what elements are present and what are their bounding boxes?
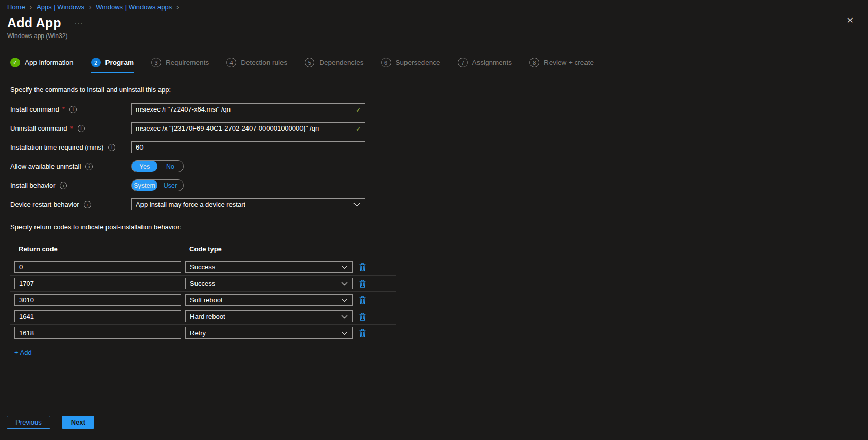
trash-icon bbox=[359, 313, 366, 321]
return-code-input[interactable] bbox=[15, 262, 181, 272]
step-assignments[interactable]: 7 Assignments bbox=[458, 58, 512, 72]
toggle-option-user[interactable]: User bbox=[157, 180, 183, 191]
previous-button[interactable]: Previous bbox=[7, 416, 50, 429]
return-code-input[interactable] bbox=[15, 311, 181, 322]
return-codes-header-row: Return code Code type bbox=[10, 241, 396, 259]
chevron-right-icon: › bbox=[30, 3, 32, 11]
info-icon[interactable]: i bbox=[69, 106, 77, 113]
breadcrumb: Home › Apps | Windows › Windows | Window… bbox=[0, 0, 868, 11]
install-behavior-toggle: System User bbox=[131, 179, 184, 191]
code-type-select[interactable]: Success bbox=[185, 261, 353, 273]
step-app-information[interactable]: ✓ App information bbox=[10, 58, 74, 72]
install-command-field: ✓ bbox=[131, 103, 365, 115]
table-row: Retry bbox=[10, 325, 396, 341]
chevron-down-icon bbox=[341, 315, 348, 319]
step-number: 2 bbox=[91, 58, 101, 67]
allow-available-uninstall-toggle: Yes No bbox=[131, 160, 184, 172]
step-label: Supersedence bbox=[396, 59, 440, 66]
chevron-down-icon bbox=[341, 265, 348, 269]
close-icon[interactable]: ✕ bbox=[847, 16, 854, 25]
required-marker: * bbox=[70, 124, 73, 132]
code-type-column-header: Code type bbox=[185, 245, 353, 253]
uninstall-command-input[interactable] bbox=[132, 123, 365, 134]
table-row: Success bbox=[10, 259, 396, 276]
step-number: 5 bbox=[305, 58, 314, 67]
trash-icon bbox=[359, 280, 366, 288]
uninstall-command-label: Uninstall command* i bbox=[10, 124, 131, 132]
step-label: Review + create bbox=[544, 59, 594, 66]
program-form: Install command* i ✓ Uninstall command* … bbox=[10, 103, 868, 210]
uninstall-command-field: ✓ bbox=[131, 122, 365, 134]
wizard-footer: Previous Next bbox=[0, 410, 868, 429]
step-label: Requirements bbox=[166, 59, 209, 66]
table-row: Success bbox=[10, 276, 396, 292]
install-time-input[interactable] bbox=[132, 142, 365, 153]
return-codes-table: Return code Code type Success Success So… bbox=[10, 241, 396, 341]
page-header: Add App ... bbox=[7, 15, 868, 30]
table-row: Soft reboot bbox=[10, 292, 396, 308]
step-program[interactable]: 2 Program bbox=[91, 58, 134, 73]
step-done-check-icon: ✓ bbox=[10, 58, 20, 67]
step-label: Detection rules bbox=[241, 59, 287, 66]
chevron-down-icon bbox=[341, 331, 348, 335]
allow-available-uninstall-label: Allow available uninstall i bbox=[10, 162, 131, 170]
chevron-right-icon: › bbox=[89, 3, 91, 11]
toggle-option-no[interactable]: No bbox=[157, 161, 183, 172]
add-return-code-link[interactable]: + Add bbox=[14, 349, 32, 356]
page-title: Add App bbox=[7, 15, 61, 30]
chevron-down-icon bbox=[353, 203, 360, 207]
table-row: Hard reboot bbox=[10, 308, 396, 325]
delete-row-button[interactable] bbox=[357, 262, 367, 272]
info-icon[interactable]: i bbox=[78, 125, 85, 132]
step-review-create[interactable]: 8 Review + create bbox=[529, 58, 594, 72]
install-time-label: Installation time required (mins) i bbox=[10, 143, 131, 151]
trash-icon bbox=[359, 263, 366, 271]
install-command-input[interactable] bbox=[132, 104, 365, 115]
delete-row-button[interactable] bbox=[357, 311, 367, 322]
toggle-option-yes[interactable]: Yes bbox=[132, 161, 157, 172]
chevron-down-icon bbox=[341, 282, 348, 286]
device-restart-behavior-select[interactable]: App install may force a device restart bbox=[131, 198, 365, 210]
breadcrumb-home[interactable]: Home bbox=[7, 3, 25, 11]
install-time-field bbox=[131, 141, 365, 153]
next-button[interactable]: Next bbox=[62, 416, 94, 429]
step-number: 4 bbox=[226, 58, 236, 67]
chevron-right-icon: › bbox=[176, 3, 179, 11]
step-dependencies[interactable]: 5 Dependencies bbox=[305, 58, 363, 72]
step-requirements[interactable]: 3 Requirements bbox=[151, 58, 209, 72]
return-code-column-header: Return code bbox=[14, 245, 181, 253]
wizard-steps: ✓ App information 2 Program 3 Requiremen… bbox=[10, 58, 868, 73]
code-type-select[interactable]: Soft reboot bbox=[185, 294, 353, 306]
code-type-select[interactable]: Hard reboot bbox=[185, 310, 353, 322]
info-icon[interactable]: i bbox=[108, 144, 115, 151]
step-number: 8 bbox=[529, 58, 539, 67]
trash-icon bbox=[359, 329, 366, 337]
breadcrumb-apps-windows[interactable]: Apps | Windows bbox=[37, 3, 84, 11]
return-code-input[interactable] bbox=[15, 295, 181, 305]
step-label: Dependencies bbox=[319, 59, 363, 66]
install-behavior-label: Install behavior i bbox=[10, 181, 131, 189]
code-type-select[interactable]: Retry bbox=[185, 327, 353, 339]
return-code-input[interactable] bbox=[15, 327, 181, 338]
return-codes-section-heading: Specify return codes to indicate post-in… bbox=[10, 223, 868, 231]
delete-row-button[interactable] bbox=[357, 328, 367, 338]
toggle-option-system[interactable]: System bbox=[132, 180, 157, 191]
delete-row-button[interactable] bbox=[357, 295, 367, 305]
step-number: 7 bbox=[458, 58, 468, 67]
step-supersedence[interactable]: 6 Supersedence bbox=[381, 58, 440, 72]
step-label: Assignments bbox=[472, 59, 512, 66]
info-icon[interactable]: i bbox=[60, 182, 67, 189]
chevron-down-icon bbox=[341, 298, 348, 302]
install-command-label: Install command* i bbox=[10, 105, 131, 113]
code-type-select[interactable]: Success bbox=[185, 278, 353, 289]
info-icon[interactable]: i bbox=[85, 163, 93, 170]
more-options-icon[interactable]: ... bbox=[75, 17, 84, 26]
step-number: 3 bbox=[151, 58, 161, 67]
trash-icon bbox=[359, 296, 366, 304]
breadcrumb-windows-apps[interactable]: Windows | Windows apps bbox=[96, 3, 172, 11]
step-detection-rules[interactable]: 4 Detection rules bbox=[226, 58, 287, 72]
required-marker: * bbox=[62, 105, 65, 113]
info-icon[interactable]: i bbox=[84, 201, 91, 208]
delete-row-button[interactable] bbox=[357, 279, 367, 289]
return-code-input[interactable] bbox=[15, 278, 181, 289]
